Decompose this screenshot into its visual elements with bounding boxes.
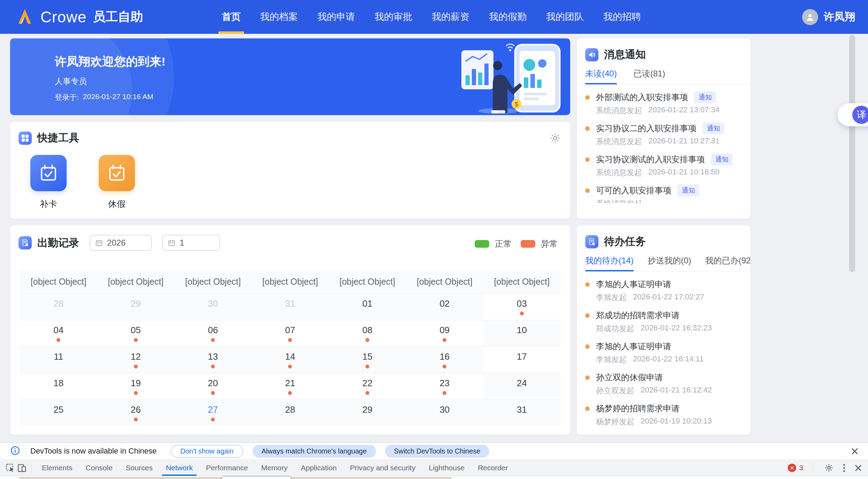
calendar-day-cell[interactable]: 13 xyxy=(174,346,251,373)
todo-time: 2026-01-22 17:02:27 xyxy=(633,292,704,301)
devtools-tab[interactable]: Performance xyxy=(199,460,255,476)
todo-item[interactable]: 李旭的人事证明申请 李旭发起 2026-01-22 17:02:27 xyxy=(585,279,742,301)
calendar-day-cell[interactable]: 02 xyxy=(406,293,483,320)
calendar-day-cell[interactable]: 24 xyxy=(483,373,560,399)
more-options-icon[interactable] xyxy=(841,462,847,474)
calendar-day-cell[interactable]: 22 xyxy=(329,373,406,399)
devtools-tab[interactable]: Network xyxy=(159,460,199,476)
todo-item[interactable]: 孙立双的休假申请 孙立双发起 2026-01-21 16:12:42 xyxy=(585,372,742,395)
page-scrollbar-track[interactable] xyxy=(856,34,868,442)
calendar-day-cell[interactable]: 29 xyxy=(329,399,406,426)
tool-label: 补卡 xyxy=(40,198,57,210)
todo-item[interactable]: 郑成功的招聘需求申请 郑成功发起 2026-01-22 16:32:23 xyxy=(585,310,742,332)
calendar-day-cell[interactable]: 20 xyxy=(174,373,251,399)
notification-item[interactable]: 实习协议测试的入职安排事项 通知 系统消息发起 2026-01-21 10:16… xyxy=(585,154,742,177)
todos-tab[interactable]: 抄送我的(0) xyxy=(648,255,691,271)
calendar-day-cell[interactable]: 12 xyxy=(97,346,174,373)
calendar-day-cell[interactable]: 27 xyxy=(174,399,251,426)
abnormal-dot xyxy=(288,365,292,368)
devtools-tab[interactable]: Console xyxy=(79,460,119,476)
translate-button[interactable]: 译 xyxy=(852,106,868,124)
devtools-tab[interactable]: Recorder xyxy=(471,460,514,476)
notification-badge: 通知 xyxy=(694,91,716,103)
calendar-day-cell[interactable]: 25 xyxy=(20,399,97,426)
abnormal-dot xyxy=(443,391,446,395)
abnormal-dot xyxy=(365,365,369,368)
nav-item[interactable]: 我的招聘 xyxy=(603,0,641,34)
notifications-tabs: 未读(40) 已读(81) xyxy=(577,62,750,84)
devtools-settings-gear-icon[interactable] xyxy=(823,462,835,474)
notifications-panel: 消息通知 未读(40) 已读(81) 外部测试的入职安排事项 通知 系统消息发起… xyxy=(577,38,750,219)
calendar-day-cell[interactable]: 21 xyxy=(251,373,329,399)
devtools-tab[interactable]: Memory xyxy=(255,460,294,476)
gear-icon[interactable] xyxy=(549,132,561,145)
calendar-day-cell[interactable]: 14 xyxy=(251,346,329,373)
devtools-tab[interactable]: Application xyxy=(294,460,344,476)
calendar-day-cell[interactable]: 26 xyxy=(97,399,174,426)
error-count-badge[interactable]: ✕ 3 xyxy=(788,464,803,472)
devtools-tab[interactable]: Lighthouse xyxy=(422,460,471,476)
calendar-day-cell[interactable]: 28 xyxy=(20,293,97,320)
calendar-day-cell[interactable]: 05 xyxy=(97,320,174,346)
calendar-day-cell[interactable]: 28 xyxy=(251,399,329,426)
banner-login-value: 2026-01-27 10:16 AM xyxy=(83,92,153,102)
tool-tile[interactable]: 休假 xyxy=(99,155,135,210)
devtools-content-edge xyxy=(0,476,868,479)
calendar-day-cell[interactable]: 03 xyxy=(483,293,560,320)
devtools-banner-button[interactable]: Always match Chrome's language xyxy=(252,445,376,458)
nav-item[interactable]: 我的档案 xyxy=(260,0,298,34)
calendar-day-cell[interactable]: 18 xyxy=(20,373,97,399)
notification-item[interactable]: 可可的入职安排事项 通知 系统消息发起 xyxy=(585,185,742,203)
calendar-day-cell[interactable]: 06 xyxy=(174,320,251,346)
device-toolbar-icon[interactable] xyxy=(16,462,28,474)
close-devtools-icon[interactable] xyxy=(853,463,863,473)
nav-item[interactable]: 我的团队 xyxy=(546,0,584,34)
nav-item[interactable]: 首页 xyxy=(222,0,241,34)
inspect-element-icon[interactable] xyxy=(4,462,16,474)
calendar-day-cell[interactable]: 10 xyxy=(483,320,560,346)
calendar-day-cell[interactable]: 31 xyxy=(483,399,560,426)
calendar-day-cell[interactable]: 30 xyxy=(406,399,483,426)
error-count: 3 xyxy=(799,464,803,472)
calendar-day-cell[interactable]: 23 xyxy=(406,373,483,399)
nav-item[interactable]: 我的薪资 xyxy=(432,0,469,34)
devtools-tab[interactable]: Sources xyxy=(119,460,159,476)
nav-item[interactable]: 我的申请 xyxy=(317,0,355,34)
notifications-tab[interactable]: 未读(40) xyxy=(585,68,617,84)
notification-item[interactable]: 外部测试的入职安排事项 通知 系统消息发起 2026-01-22 13:07:3… xyxy=(585,92,742,114)
devtools-tab[interactable]: Elements xyxy=(35,460,79,476)
day-number: 04 xyxy=(53,325,63,335)
month-input[interactable]: 1 xyxy=(162,235,220,251)
calendar-day-cell[interactable]: 31 xyxy=(251,293,329,320)
calendar-day-cell[interactable]: 07 xyxy=(251,320,329,346)
calendar-day-cell[interactable]: 30 xyxy=(174,293,251,320)
calendar-day-cell[interactable]: 29 xyxy=(97,293,174,320)
notification-time: 2026-01-21 10:27:31 xyxy=(648,136,719,145)
todos-tab[interactable]: 我的待办(14) xyxy=(585,255,634,271)
user-box[interactable]: 许凤翔 xyxy=(802,0,855,34)
nav-item[interactable]: 我的审批 xyxy=(375,0,412,34)
year-input[interactable]: 2026 xyxy=(90,235,152,251)
calendar-day-cell[interactable]: 11 xyxy=(20,346,97,373)
calendar-day-cell[interactable]: 17 xyxy=(483,346,560,373)
page-scrollbar-thumb[interactable] xyxy=(849,35,855,272)
calendar-day-cell[interactable]: 01 xyxy=(329,293,406,320)
calendar-day-cell[interactable]: 09 xyxy=(406,320,483,346)
devtools-banner-button[interactable]: Don't show again xyxy=(171,445,243,458)
devtools-tab[interactable]: Privacy and security xyxy=(343,460,422,476)
devtools-banner-buttons: Don't show again Always match Chrome's l… xyxy=(171,445,489,458)
calendar-day-cell[interactable]: 08 xyxy=(329,320,406,346)
calendar-day-cell[interactable]: 04 xyxy=(20,320,97,346)
devtools-banner-button[interactable]: Switch DevTools to Chinese xyxy=(385,445,490,458)
todo-item[interactable]: 李旭的人事证明申请 李旭发起 2026-01-22 16:14:11 xyxy=(585,341,742,364)
nav-item[interactable]: 我的假勤 xyxy=(489,0,527,34)
notification-item[interactable]: 实习协议二的入职安排事项 通知 系统消息发起 2026-01-21 10:27:… xyxy=(585,123,742,145)
notifications-tab[interactable]: 已读(81) xyxy=(634,68,665,84)
calendar-day-cell[interactable]: 16 xyxy=(406,346,483,373)
tool-tile[interactable]: 补卡 xyxy=(30,155,67,210)
todos-tab[interactable]: 我的已办(92) xyxy=(705,255,750,271)
close-banner-icon[interactable] xyxy=(850,446,860,456)
calendar-day-cell[interactable]: 19 xyxy=(97,373,174,399)
todo-item[interactable]: 杨梦婷的招聘需求申请 杨梦婷发起 2026-01-19 10:20:13 xyxy=(585,403,742,426)
calendar-day-cell[interactable]: 15 xyxy=(329,346,406,373)
